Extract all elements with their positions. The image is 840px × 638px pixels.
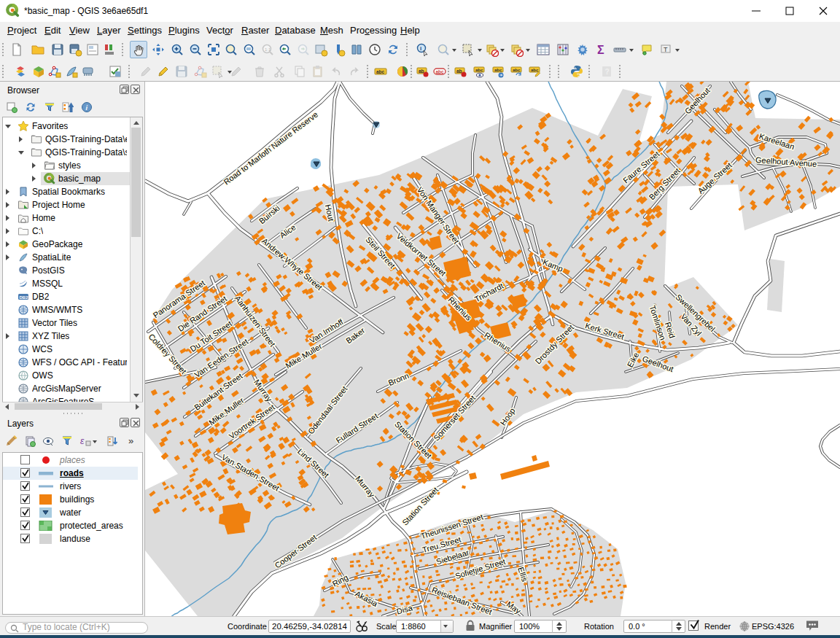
svg-text:Station Street: Station Street xyxy=(400,486,440,527)
svg-text:i: i xyxy=(420,45,421,52)
svg-text:T: T xyxy=(664,46,668,53)
svg-text:1:1: 1:1 xyxy=(265,47,271,52)
svg-text:ab: ab xyxy=(456,69,462,74)
svg-text:abc: abc xyxy=(475,68,483,72)
svg-text:Road to Marloth Nature Reserve: Road to Marloth Nature Reserve xyxy=(222,110,319,187)
svg-text:abc: abc xyxy=(513,68,521,72)
svg-text:DB2: DB2 xyxy=(20,295,29,300)
svg-text:abc: abc xyxy=(494,68,502,72)
svg-text:?: ? xyxy=(605,68,610,76)
svg-text:Σ: Σ xyxy=(597,44,604,56)
svg-text:abc: abc xyxy=(531,68,539,72)
svg-text:ab: ab xyxy=(419,69,424,74)
svg-text:ε: ε xyxy=(80,436,85,446)
svg-text:abc: abc xyxy=(376,69,385,74)
svg-text:abc: abc xyxy=(436,69,445,74)
